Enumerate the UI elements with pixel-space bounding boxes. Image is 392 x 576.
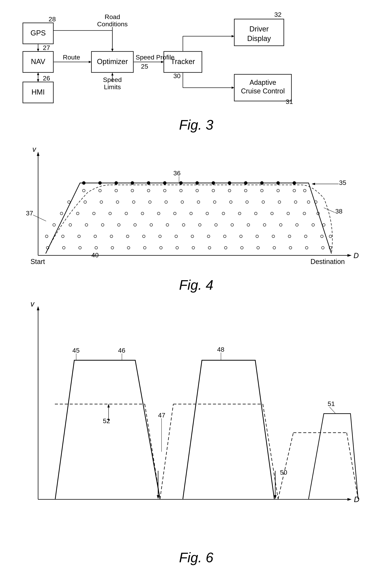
svg-point-78 — [165, 201, 167, 203]
svg-line-199 — [278, 433, 293, 499]
svg-point-67 — [244, 189, 247, 192]
svg-marker-35 — [161, 61, 164, 63]
svg-point-113 — [166, 224, 169, 226]
fig3-section: GPS NAV HMI Optimizer Tracker Driver Dis… — [8, 8, 385, 133]
svg-text:37: 37 — [26, 209, 33, 217]
fig4-section: v D — [8, 145, 385, 286]
svg-text:Cruise Control: Cruise Control — [241, 87, 285, 95]
svg-point-163 — [98, 181, 102, 185]
svg-point-164 — [114, 181, 118, 185]
svg-point-147 — [111, 246, 114, 249]
svg-point-73 — [84, 201, 86, 203]
svg-point-135 — [223, 235, 226, 238]
svg-text:45: 45 — [72, 347, 80, 354]
fig6-label: Fig. 6 — [8, 550, 385, 565]
svg-point-116 — [215, 224, 217, 226]
svg-point-82 — [230, 201, 232, 203]
svg-point-114 — [182, 224, 185, 226]
svg-point-87 — [307, 201, 310, 203]
svg-point-107 — [69, 224, 72, 226]
svg-text:47: 47 — [158, 411, 165, 419]
svg-point-91 — [93, 212, 95, 215]
svg-point-57 — [82, 189, 85, 192]
svg-text:Driver: Driver — [249, 25, 269, 33]
svg-point-70 — [293, 189, 296, 192]
svg-text:Conditions: Conditions — [97, 20, 128, 28]
svg-point-118 — [247, 224, 250, 226]
svg-point-99 — [222, 212, 225, 215]
svg-marker-20 — [37, 72, 39, 75]
svg-point-132 — [175, 235, 178, 238]
svg-point-58 — [99, 189, 101, 192]
svg-point-137 — [256, 235, 259, 238]
svg-point-75 — [116, 201, 119, 203]
svg-text:Display: Display — [247, 34, 271, 42]
fig4-diagram: v D — [8, 145, 381, 274]
svg-text:28: 28 — [49, 15, 56, 23]
svg-marker-22 — [89, 61, 91, 63]
svg-marker-51 — [37, 152, 39, 156]
svg-point-86 — [294, 201, 297, 203]
svg-point-66 — [228, 189, 231, 192]
svg-text:GPS: GPS — [30, 29, 46, 37]
page: GPS NAV HMI Optimizer Tracker Driver Dis… — [0, 0, 392, 576]
svg-point-148 — [127, 246, 130, 249]
svg-point-60 — [131, 189, 134, 192]
svg-text:Adaptive: Adaptive — [250, 79, 276, 86]
svg-point-95 — [157, 212, 160, 215]
svg-text:51: 51 — [328, 400, 335, 407]
svg-text:40: 40 — [91, 251, 99, 259]
svg-point-110 — [118, 224, 120, 226]
svg-point-108 — [85, 224, 88, 226]
svg-point-131 — [159, 235, 161, 238]
svg-point-79 — [181, 201, 184, 203]
svg-point-98 — [206, 212, 209, 215]
svg-text:Road: Road — [105, 13, 120, 20]
svg-point-140 — [304, 235, 307, 238]
svg-point-158 — [289, 246, 292, 249]
svg-point-69 — [277, 189, 279, 192]
svg-point-64 — [196, 189, 198, 192]
svg-point-109 — [101, 224, 104, 226]
svg-line-201 — [347, 433, 358, 499]
svg-text:48: 48 — [217, 346, 224, 353]
svg-point-165 — [131, 181, 134, 185]
svg-point-61 — [147, 189, 150, 192]
svg-point-154 — [224, 246, 227, 249]
svg-text:26: 26 — [43, 75, 50, 82]
svg-text:46: 46 — [118, 347, 125, 354]
svg-point-172 — [244, 181, 247, 185]
svg-point-74 — [100, 201, 103, 203]
svg-point-93 — [125, 212, 128, 215]
svg-point-59 — [115, 189, 118, 192]
svg-text:50: 50 — [280, 469, 287, 476]
svg-line-184 — [324, 208, 335, 212]
svg-text:27: 27 — [43, 44, 50, 51]
svg-point-138 — [272, 235, 275, 238]
svg-line-182 — [33, 215, 46, 221]
svg-point-71 — [303, 189, 306, 192]
fig6-diagram: v D — [8, 299, 381, 547]
svg-point-97 — [190, 212, 192, 215]
svg-point-122 — [312, 224, 314, 226]
svg-point-85 — [278, 201, 281, 203]
fig3-diagram: GPS NAV HMI Optimizer Tracker Driver Dis… — [8, 8, 381, 114]
svg-point-166 — [147, 181, 150, 185]
svg-point-89 — [60, 212, 63, 215]
svg-point-72 — [68, 201, 70, 203]
svg-point-155 — [240, 246, 243, 249]
svg-point-92 — [109, 212, 111, 215]
svg-marker-33 — [111, 73, 113, 76]
svg-text:v: v — [30, 300, 35, 308]
svg-point-146 — [95, 246, 98, 249]
svg-text:36: 36 — [173, 170, 181, 177]
svg-point-115 — [198, 224, 201, 226]
svg-point-84 — [262, 201, 264, 203]
svg-marker-54 — [347, 254, 352, 257]
svg-marker-40 — [232, 35, 234, 37]
svg-point-175 — [292, 181, 296, 185]
svg-point-76 — [132, 201, 135, 203]
svg-line-195 — [145, 404, 160, 499]
svg-point-133 — [191, 235, 194, 238]
svg-point-120 — [279, 224, 282, 226]
